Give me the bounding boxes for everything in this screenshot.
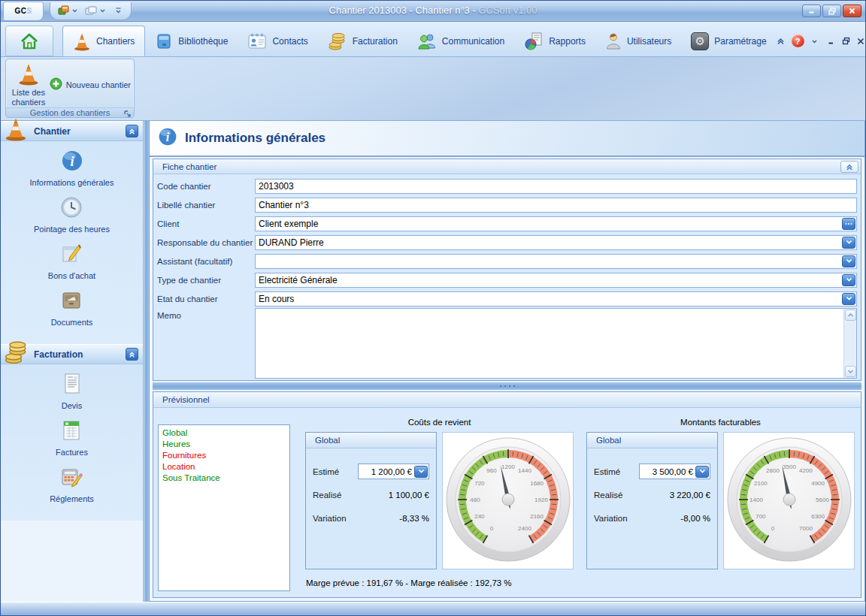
tab-label: Utilisateurs [627, 36, 671, 47]
chevron-down-icon[interactable] [414, 466, 428, 478]
field-label: Client [157, 219, 255, 228]
libelle-chantier-input[interactable] [256, 200, 855, 210]
mdi-restore-icon[interactable] [842, 37, 850, 45]
dialog-launcher-icon[interactable] [124, 110, 132, 118]
mdi-close-icon[interactable] [857, 38, 864, 45]
list-item-fournitures[interactable]: Fournitures [162, 450, 286, 461]
tab-utilisateurs[interactable]: Utilisateurs [595, 26, 681, 56]
restore-button[interactable] [822, 5, 841, 17]
etat-chantier-select[interactable] [256, 294, 842, 304]
svg-text:240: 240 [474, 512, 485, 519]
help-dropdown-icon[interactable] [811, 38, 818, 44]
chevron-down-icon[interactable] [842, 293, 855, 305]
scroll-down-icon[interactable] [845, 366, 856, 377]
window-layout-icon[interactable] [85, 6, 97, 16]
page-header: i Informations générales [150, 121, 864, 157]
ribbon: Liste des chantiers Nouveau chantier Ges… [1, 57, 865, 121]
sidebar-item-informations-generales[interactable]: i Informations générales [30, 149, 114, 187]
svg-text:i: i [166, 131, 170, 143]
library-box-icon [155, 32, 173, 50]
tab-bibliotheque[interactable]: Bibliothèque [145, 26, 238, 56]
collapse-group-icon[interactable] [126, 348, 138, 361]
sidebar-item-bons-achat[interactable]: Bons d'achat [48, 242, 95, 280]
quick-access-dropdown-icon[interactable] [71, 8, 78, 14]
svg-text:6300: 6300 [811, 512, 825, 519]
estime-value: 1 200,00 € [362, 467, 412, 476]
tab-label: Facturation [353, 36, 398, 47]
field-row-code-chantier: Code chantier [157, 177, 857, 195]
list-item-global[interactable]: Global [162, 427, 286, 439]
sidebar-splitter[interactable] [144, 121, 149, 602]
chevron-down-icon[interactable] [842, 274, 855, 286]
button-label: Nouveau chantier [66, 80, 131, 89]
assistant-select[interactable] [256, 256, 842, 267]
chevron-down-icon[interactable] [695, 466, 709, 478]
close-button[interactable] [843, 5, 861, 17]
list-item-location[interactable]: Location [162, 461, 286, 473]
tab-home[interactable] [5, 26, 53, 56]
tab-label: Bibliothèque [178, 36, 228, 47]
chevron-down-icon[interactable] [842, 255, 855, 267]
svg-text:1920: 1920 [534, 496, 548, 503]
traffic-cone-icon [4, 116, 28, 144]
code-chantier-input[interactable] [256, 181, 855, 192]
list-item-sous-traitance[interactable]: Sous Traitance [162, 473, 286, 484]
estime-label: Estimé [313, 467, 358, 476]
sidebar-item-factures[interactable]: Factures [56, 418, 88, 457]
tab-chantiers[interactable]: Chantiers [62, 26, 145, 56]
sidebar-item-reglements[interactable]: Réglements [50, 465, 94, 503]
sidebar-item-label: Factures [56, 448, 88, 457]
tab-rapports[interactable]: Rapports [514, 26, 595, 56]
home-icon [20, 32, 39, 50]
nouveau-chantier-button[interactable]: Nouveau chantier [50, 77, 131, 92]
chevron-down-icon[interactable] [842, 237, 855, 249]
memo-textarea[interactable] [255, 308, 857, 379]
responsable-select[interactable] [256, 237, 842, 248]
variation-value: -8,00 % [639, 514, 710, 523]
field-row-client: Client [157, 214, 857, 233]
collapse-panel-icon[interactable] [840, 161, 858, 173]
sidebar-item-label: Réglements [50, 494, 94, 503]
layout-dropdown-icon[interactable] [99, 8, 106, 14]
field-label: Type de chantier [157, 276, 255, 285]
field-label: Etat du chantier [157, 294, 255, 303]
qat-overflow-icon[interactable] [115, 8, 122, 14]
nav-group-header-chantier[interactable]: Chantier [1, 121, 143, 141]
collapse-group-icon[interactable] [126, 125, 138, 137]
status-bar [1, 602, 865, 615]
estime-input[interactable]: 3 500,00 € [639, 464, 710, 479]
help-icon[interactable]: ? [792, 35, 804, 47]
switch-windows-icon[interactable] [58, 5, 69, 16]
report-chart-icon [524, 32, 544, 51]
variation-value: -8,33 % [358, 514, 429, 523]
minimize-button[interactable] [802, 5, 821, 17]
tab-label: Contacts [272, 36, 307, 47]
sidebar-item-devis[interactable]: Devis [61, 372, 83, 410]
list-item-heures[interactable]: Heures [162, 439, 286, 450]
app-logo-text-strong: GC [14, 7, 26, 15]
nav-group-header-facturation[interactable]: Facturation [1, 344, 143, 364]
tab-communication[interactable]: Communication [407, 26, 514, 56]
memo-scrollbar[interactable] [843, 309, 856, 378]
tab-facturation[interactable]: Facturation [318, 26, 407, 56]
client-browse-button[interactable] [842, 218, 855, 230]
previsionnel-panel: Prévisionnel Global Heures Fournitures L… [153, 391, 861, 598]
sidebar-item-documents[interactable]: Documents [51, 288, 93, 327]
estime-value: 3 500,00 € [643, 467, 693, 476]
collapse-ribbon-icon[interactable] [777, 37, 785, 45]
horizontal-splitter[interactable] [153, 382, 861, 390]
scroll-up-icon[interactable] [845, 310, 856, 321]
main-content: i Informations générales Fiche chantier … [149, 121, 865, 602]
document-icon [61, 372, 83, 397]
tab-contacts[interactable]: Contacts [238, 26, 317, 56]
sidebar-item-pointage-des-heures[interactable]: Pointage des heures [34, 195, 110, 234]
tab-parametrage[interactable]: ⚙ Paramétrage [681, 26, 776, 56]
mdi-minimize-icon[interactable] [828, 38, 835, 45]
type-chantier-select[interactable] [256, 275, 842, 285]
client-input[interactable] [256, 219, 842, 229]
estime-input[interactable]: 1 200,00 € [358, 464, 429, 479]
tab-label: Rapports [549, 36, 586, 47]
couts-gauge: 0240480720960120014401680192021602400 [442, 432, 574, 569]
liste-des-chantiers-button[interactable]: Liste des chantiers [9, 62, 48, 107]
app-logo[interactable]: GCS [3, 2, 44, 21]
